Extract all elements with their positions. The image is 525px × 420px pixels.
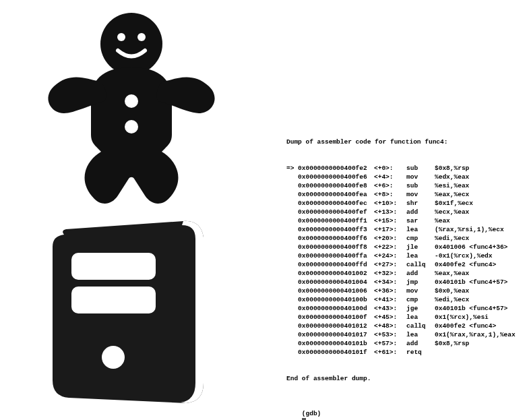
gdb-prompt-line: (gdb) xyxy=(286,400,516,420)
disassembly-dump: Dump of assembler code for function func… xyxy=(286,120,516,420)
asm-address: 0x000000000040100d xyxy=(286,304,374,313)
asm-address: 0x0000000000400fea xyxy=(286,190,374,199)
asm-operands: (%rax,%rsi,1),%ecx xyxy=(435,225,504,234)
asm-offset: <+32>: xyxy=(374,269,406,278)
asm-address: 0x0000000000400ff3 xyxy=(286,225,374,234)
asm-operands: 0x40101b <func4+57> xyxy=(435,304,507,313)
asm-offset: <+27>: xyxy=(374,260,406,269)
asm-line: 0x0000000000401012<+48>:callq0x400fe2 <f… xyxy=(286,322,516,330)
asm-line: 0x0000000000401002<+32>:add%eax,%eax xyxy=(286,269,516,278)
asm-operands: $0x8,%rsp xyxy=(435,164,469,173)
asm-address: => 0x0000000000400fe2 xyxy=(286,164,374,173)
asm-address: 0x0000000000400ff8 xyxy=(286,243,374,251)
asm-offset: <+43>: xyxy=(374,304,406,313)
gdb-prompt: (gdb) xyxy=(302,410,325,417)
asm-operands: 0x1(%rax,%rax,1),%eax xyxy=(435,330,516,339)
asm-address: 0x0000000000400ffd xyxy=(286,260,374,269)
asm-operands: %ecx,%eax xyxy=(435,208,469,216)
asm-mnemonic: mov xyxy=(406,287,435,295)
asm-operands: %eax,%eax xyxy=(435,269,469,278)
asm-operands: $0x8,%rsp xyxy=(435,339,469,348)
asm-line: 0x000000000040101f<+61>:retq xyxy=(286,348,516,357)
asm-offset: <+36>: xyxy=(374,287,406,295)
asm-address: 0x0000000000401012 xyxy=(286,322,374,330)
asm-line: 0x0000000000401006<+36>:mov$0x0,%eax xyxy=(286,287,516,295)
asm-mnemonic: add xyxy=(406,269,435,278)
asm-line: 0x0000000000401017<+53>:lea0x1(%rax,%rax… xyxy=(286,330,516,339)
asm-mnemonic: mov xyxy=(406,190,435,199)
asm-line: 0x000000000040100f<+45>:lea0x1(%rcx),%es… xyxy=(286,313,516,322)
dump-footer: End of assembler dump. xyxy=(286,374,516,383)
asm-line: 0x0000000000400fe6<+4>:mov%edx,%eax xyxy=(286,173,516,181)
asm-offset: <+15>: xyxy=(374,216,406,225)
asm-line: 0x0000000000400ff8<+22>:jle0x401006 <fun… xyxy=(286,243,516,251)
asm-mnemonic: add xyxy=(406,208,435,216)
asm-address: 0x0000000000401017 xyxy=(286,330,374,339)
asm-mnemonic: lea xyxy=(406,251,435,260)
asm-operands: %esi,%eax xyxy=(435,181,469,190)
asm-mnemonic: mov xyxy=(406,173,435,181)
asm-offset: <+41>: xyxy=(374,295,406,304)
asm-offset: <+8>: xyxy=(374,190,406,199)
asm-mnemonic: retq xyxy=(406,348,435,357)
asm-operands: %edi,%ecx xyxy=(435,234,469,243)
asm-mnemonic: cmp xyxy=(406,234,435,243)
asm-operands: 0x401006 <func4+36> xyxy=(435,243,507,251)
asm-operands: %edx,%eax xyxy=(435,173,469,181)
asm-mnemonic: lea xyxy=(406,330,435,339)
asm-offset: <+34>: xyxy=(374,278,406,287)
asm-mnemonic: lea xyxy=(406,313,435,322)
asm-offset: <+13>: xyxy=(374,208,406,216)
asm-line: 0x0000000000400fe8<+6>:sub%esi,%eax xyxy=(286,181,516,190)
asm-offset: <+24>: xyxy=(374,251,406,260)
asm-address: 0x000000000040101b xyxy=(286,339,374,348)
asm-operands: 0x1(%rcx),%esi xyxy=(435,313,489,322)
asm-mnemonic: callq xyxy=(406,322,435,330)
svg-point-3 xyxy=(125,94,138,108)
asm-mnemonic: sar xyxy=(406,216,435,225)
asm-address: 0x0000000000400fec xyxy=(286,199,374,208)
asm-offset: <+48>: xyxy=(374,322,406,330)
asm-line: => 0x0000000000400fe2<+0>:sub$0x8,%rsp xyxy=(286,164,516,173)
svg-point-4 xyxy=(125,120,138,133)
asm-address: 0x0000000000401004 xyxy=(286,278,374,287)
asm-address: 0x0000000000400ffa xyxy=(286,251,374,260)
asm-mnemonic: jge xyxy=(406,304,435,313)
asm-mnemonic: jmp xyxy=(406,278,435,287)
asm-line: 0x0000000000400fef<+13>:add%ecx,%eax xyxy=(286,208,516,216)
asm-address: 0x0000000000400ff6 xyxy=(286,234,374,243)
asm-mnemonic: shr xyxy=(406,199,435,208)
asm-operands: %eax,%ecx xyxy=(435,190,469,199)
asm-operands: -0x1(%rcx),%edx xyxy=(435,251,493,260)
asm-offset: <+61>: xyxy=(374,348,406,357)
asm-operands: %eax xyxy=(435,216,450,225)
asm-line: 0x000000000040101b<+57>:add$0x8,%rsp xyxy=(286,339,516,348)
asm-offset: <+4>: xyxy=(374,173,406,181)
asm-operands: 0x40101b <func4+57> xyxy=(435,278,507,287)
svg-point-7 xyxy=(102,346,125,369)
svg-point-1 xyxy=(117,33,125,41)
svg-rect-6 xyxy=(71,287,156,313)
asm-offset: <+17>: xyxy=(374,225,406,234)
asm-line: 0x0000000000400fec<+10>:shr$0x1f,%ecx xyxy=(286,199,516,208)
server-icon xyxy=(27,216,222,411)
asm-line: 0x0000000000400ffd<+27>:callq0x400fe2 <f… xyxy=(286,260,516,269)
asm-offset: <+22>: xyxy=(374,243,406,251)
asm-offset: <+0>: xyxy=(374,164,406,173)
asm-address: 0x0000000000400fe8 xyxy=(286,181,374,190)
svg-rect-5 xyxy=(71,253,156,280)
svg-point-2 xyxy=(137,33,146,41)
asm-operands: 0x400fe2 <func4> xyxy=(435,260,496,269)
asm-line: 0x000000000040100b<+41>:cmp%edi,%ecx xyxy=(286,295,516,304)
gingerbread-icon xyxy=(27,7,229,209)
asm-line: 0x0000000000401004<+34>:jmp0x40101b <fun… xyxy=(286,278,516,287)
asm-operands: $0x0,%eax xyxy=(435,287,469,295)
asm-mnemonic: cmp xyxy=(406,295,435,304)
asm-mnemonic: sub xyxy=(406,181,435,190)
asm-operands: 0x400fe2 <func4> xyxy=(435,322,496,330)
asm-address: 0x0000000000400fef xyxy=(286,208,374,216)
asm-offset: <+20>: xyxy=(374,234,406,243)
asm-mnemonic: callq xyxy=(406,260,435,269)
asm-address: 0x000000000040101f xyxy=(286,348,374,357)
asm-address: 0x0000000000401006 xyxy=(286,287,374,295)
